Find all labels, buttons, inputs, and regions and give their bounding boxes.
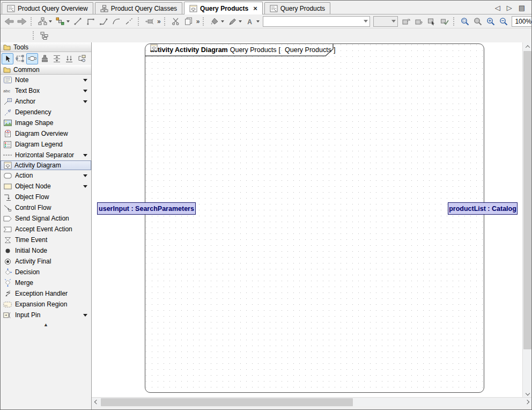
object-node-productlist[interactable]: productList : Catalog <box>448 202 518 215</box>
chevron-down-icon[interactable] <box>83 90 87 92</box>
line-style-custom-button[interactable] <box>123 16 136 27</box>
line-style-oblique-button[interactable] <box>97 16 110 27</box>
pointer-tool-button[interactable] <box>2 53 13 64</box>
close-icon[interactable]: × <box>253 4 257 12</box>
palette-item-text-box[interactable]: abc Text Box <box>1 85 91 96</box>
paste-button[interactable] <box>182 16 195 27</box>
bring-forward-button[interactable] <box>400 16 412 27</box>
vertical-scroll-thumb[interactable] <box>523 51 531 349</box>
dropdown-caret-icon[interactable] <box>66 20 70 23</box>
tab-list-icon[interactable]: ▤ <box>519 4 525 12</box>
palette-section-activity-diagram[interactable]: Activity Diagram <box>1 160 91 170</box>
connection-points-tool-button[interactable] <box>26 53 38 64</box>
back-button[interactable] <box>3 16 16 27</box>
chevron-down-icon[interactable] <box>83 174 87 177</box>
toolbar-overflow-icon[interactable]: » <box>157 18 161 25</box>
scroll-down-button[interactable] <box>523 389 532 397</box>
scroll-right-button[interactable] <box>522 398 531 406</box>
align-bottom-tool-button[interactable] <box>63 53 75 64</box>
palette-item-anchor[interactable]: Anchor <box>1 96 91 107</box>
palette-item-exception-handler[interactable]: Exception Handler <box>1 288 91 299</box>
swap-shapes-tool-button[interactable] <box>76 53 87 64</box>
tab-query-products-2[interactable]: Query Products <box>264 2 330 14</box>
palette-item-image-shape[interactable]: Image Shape <box>1 118 91 128</box>
marquee-tool-button[interactable] <box>14 53 26 64</box>
font-family-combobox[interactable] <box>263 16 370 27</box>
select-owner-button[interactable] <box>425 16 438 27</box>
forward-button[interactable] <box>16 16 28 27</box>
check-syntax-button[interactable] <box>438 16 451 27</box>
palette-item-input-pin[interactable]: Input Pin <box>1 310 91 320</box>
line-color-button[interactable] <box>226 16 239 27</box>
palette-item-object-node[interactable]: Object Node <box>1 181 91 192</box>
layout-button[interactable] <box>36 16 49 27</box>
tab-product-query-classes[interactable]: Product Query Classes <box>95 2 182 14</box>
toolbar-overflow-icon[interactable]: » <box>196 18 200 25</box>
chevron-down-icon[interactable] <box>83 185 87 188</box>
frame-diagram-name: Query Products <box>230 46 277 54</box>
tab-query-products-active[interactable]: Query Products × <box>184 2 263 14</box>
send-signal-icon <box>3 216 12 222</box>
tab-product-query-overview[interactable]: Product Query Overview <box>2 2 93 14</box>
zoom-in-button[interactable] <box>484 16 497 27</box>
palette-item-decision[interactable]: Decision <box>1 267 91 277</box>
horizontal-scrollbar[interactable] <box>92 397 531 406</box>
stamp-tool-button[interactable] <box>39 53 50 64</box>
chevron-down-icon[interactable] <box>83 154 87 157</box>
palette-item-merge[interactable]: Merge <box>1 277 91 288</box>
distribute-vertically-tool-button[interactable] <box>51 53 63 64</box>
scroll-left-button[interactable] <box>92 398 101 406</box>
fill-color-button[interactable] <box>208 16 221 27</box>
object-node-userinput[interactable]: userInput : SearchParameters <box>97 202 196 215</box>
zoom-region-button[interactable] <box>459 16 471 27</box>
cut-button[interactable] <box>169 16 182 27</box>
palette-scroll-up-button[interactable]: ▲ <box>1 320 91 328</box>
palette-item-accept-event-action[interactable]: Accept Event Action <box>1 224 91 235</box>
palette-item-activity-final[interactable]: Activity Final <box>1 256 91 267</box>
dropdown-caret-icon[interactable] <box>239 20 242 23</box>
dropdown-caret-icon[interactable] <box>256 20 260 23</box>
chevron-down-icon[interactable] <box>83 79 87 82</box>
palette-section-common[interactable]: Common <box>1 65 91 75</box>
zoom-out-button[interactable] <box>497 16 510 27</box>
zoom-fit-button[interactable] <box>471 16 484 27</box>
zoom-level-combobox[interactable]: 100% <box>512 16 532 27</box>
application-window: Product Query Overview Product Query Cla… <box>0 0 532 410</box>
scroll-up-button[interactable] <box>523 42 532 50</box>
diagram-canvas[interactable]: activity Activity Diagram Query Products… <box>92 42 522 397</box>
palette-item-note[interactable]: Note <box>1 75 91 85</box>
palette-item-diagram-overview[interactable]: Diagram Overview <box>1 128 91 139</box>
chevron-down-icon[interactable] <box>83 314 87 317</box>
palette-item-time-event[interactable]: Time Event <box>1 235 91 245</box>
line-style-curve-button[interactable] <box>110 16 123 27</box>
chevron-down-icon[interactable] <box>83 100 87 103</box>
palette-item-control-flow[interactable]: Control Flow <box>1 202 91 213</box>
next-tab-icon[interactable]: ▷ <box>507 4 512 12</box>
palette-item-action[interactable]: Action <box>1 170 91 181</box>
diagram-area: activity Activity Diagram Query Products… <box>92 42 531 409</box>
containment-button[interactable] <box>38 30 51 41</box>
prev-tab-icon[interactable]: ◁ <box>495 4 500 12</box>
palette-item-dependency[interactable]: Dependency <box>1 107 91 118</box>
palette-item-send-signal-action[interactable]: Send Signal Action <box>1 213 91 224</box>
palette-item-expansion-region[interactable]: Expansion Region <box>1 299 91 310</box>
object-flow-icon <box>3 194 12 201</box>
line-style-diagonal-button[interactable] <box>71 16 84 27</box>
palette-item-horizontal-separator[interactable]: Horizontal Separator <box>1 150 91 160</box>
dropdown-caret-icon[interactable] <box>221 20 224 23</box>
add-related-button[interactable] <box>54 16 66 27</box>
activity-diagram-frame[interactable]: activity Activity Diagram Query Products… <box>145 43 484 393</box>
palette-section-tools[interactable]: Tools <box>1 42 91 52</box>
send-backward-button[interactable] <box>412 16 425 27</box>
dropdown-caret-icon[interactable] <box>49 20 52 23</box>
line-style-rectilinear-button[interactable] <box>84 16 97 27</box>
vertical-scrollbar[interactable] <box>522 42 531 397</box>
horizontal-scroll-thumb[interactable] <box>101 398 353 406</box>
exception-handler-icon <box>3 290 12 297</box>
display-paths-button[interactable] <box>143 16 156 27</box>
palette-item-initial-node[interactable]: Initial Node <box>1 245 91 256</box>
palette-item-object-flow[interactable]: Object Flow <box>1 192 91 202</box>
palette-item-diagram-legend[interactable]: Diagram Legend <box>1 139 91 150</box>
font-color-button[interactable]: A <box>243 16 256 27</box>
font-size-combobox[interactable] <box>373 16 398 27</box>
